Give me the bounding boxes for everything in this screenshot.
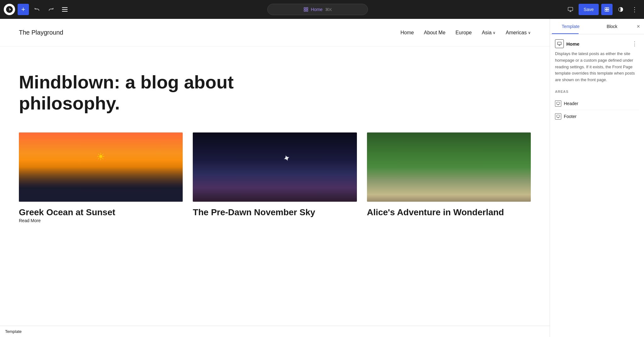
url-label: Home [311,7,323,12]
svg-rect-20 [557,115,560,117]
add-block-button[interactable]: + [18,4,29,15]
svg-text:W: W [7,8,10,11]
undo-button[interactable] [31,4,43,15]
toolbar-center: Home ⌘K [73,4,562,15]
nav-item-about[interactable]: About Me [424,30,445,36]
panel-areas-label: AREAS [555,90,639,93]
footer-area-label: Footer [564,114,576,119]
panel-template-name: Home [566,41,580,47]
panel-area-header[interactable]: Header [555,97,639,110]
hero-section: Mindblown: a blog about philosophy. [0,47,550,132]
post-card-3: Alice's Adventure in Wonderland [367,132,531,223]
post-image-sunset [19,132,183,202]
url-shortcut: ⌘K [325,7,332,12]
posts-grid: Greek Ocean at Sunset Read More The Pre-… [0,132,550,236]
contrast-button[interactable] [615,4,626,15]
panel-section-header: Home ⋮ [555,39,639,48]
status-label: Template [5,329,22,334]
layout-button[interactable] [601,4,613,15]
panel-area-footer[interactable]: Footer [555,110,639,123]
header-area-icon [555,100,561,107]
site-nav: Home About Me Europe Asia ∨ Americas ∨ [400,30,531,36]
post-image-wonderland [367,132,531,202]
desktop-view-button[interactable] [565,4,576,15]
svg-rect-2 [304,8,306,9]
site-title: The Playground [19,29,63,36]
toolbar: W + Home ⌘K Save ⋮ [0,0,644,19]
svg-rect-14 [558,42,561,45]
svg-rect-10 [607,8,609,9]
nav-item-europe[interactable]: Europe [456,30,472,36]
list-view-button[interactable] [59,4,70,15]
svg-rect-12 [607,10,609,11]
nav-item-home[interactable]: Home [400,30,414,36]
footer-area-icon [555,113,561,120]
asia-chevron: ∨ [493,31,496,35]
status-bar: Template [0,326,550,337]
svg-rect-5 [306,10,308,11]
panel-template-icon [555,39,564,48]
svg-rect-9 [605,8,607,9]
panel-tabs: Template Block × [550,19,644,34]
tab-template[interactable]: Template [550,19,591,34]
nav-item-americas[interactable]: Americas ∨ [506,30,531,36]
panel-close-button[interactable]: × [633,21,644,32]
wp-logo: W [4,4,15,15]
post-title-2: The Pre-Dawn November Sky [193,207,357,218]
post-card-1: Greek Ocean at Sunset Read More [19,132,183,223]
hero-title: Mindblown: a blog about philosophy. [19,72,270,114]
post-title-1: Greek Ocean at Sunset [19,207,183,218]
canvas: The Playground Home About Me Europe Asia… [0,19,550,337]
svg-rect-11 [605,10,607,11]
redo-button[interactable] [45,4,57,15]
svg-rect-3 [306,8,308,9]
americas-chevron: ∨ [528,31,531,35]
tab-block[interactable]: Block [591,19,633,34]
post-card-2: The Pre-Dawn November Sky [193,132,357,223]
more-options-button[interactable]: ⋮ [629,4,640,15]
url-pill[interactable]: Home ⌘K [267,4,368,15]
main-layout: The Playground Home About Me Europe Asia… [0,19,644,337]
nav-item-asia[interactable]: Asia ∨ [482,30,496,36]
post-image-sky [193,132,357,202]
save-button[interactable]: Save [579,4,599,15]
panel-more-button[interactable]: ⋮ [630,39,639,48]
panel-title-row: Home [555,39,580,48]
svg-rect-17 [557,102,560,104]
right-panel: Template Block × Home ⋮ Displays the lat… [550,19,644,337]
panel-content: Home ⋮ Displays the latest posts as eith… [550,34,644,128]
site-header: The Playground Home About Me Europe Asia… [0,19,550,47]
svg-rect-6 [568,7,573,11]
toolbar-right: Save ⋮ [565,4,640,15]
post-title-3: Alice's Adventure in Wonderland [367,207,531,218]
svg-rect-4 [304,10,306,11]
post-read-more-1[interactable]: Read More [19,218,41,223]
panel-description: Displays the latest posts as either the … [555,51,639,83]
header-area-label: Header [564,101,578,106]
